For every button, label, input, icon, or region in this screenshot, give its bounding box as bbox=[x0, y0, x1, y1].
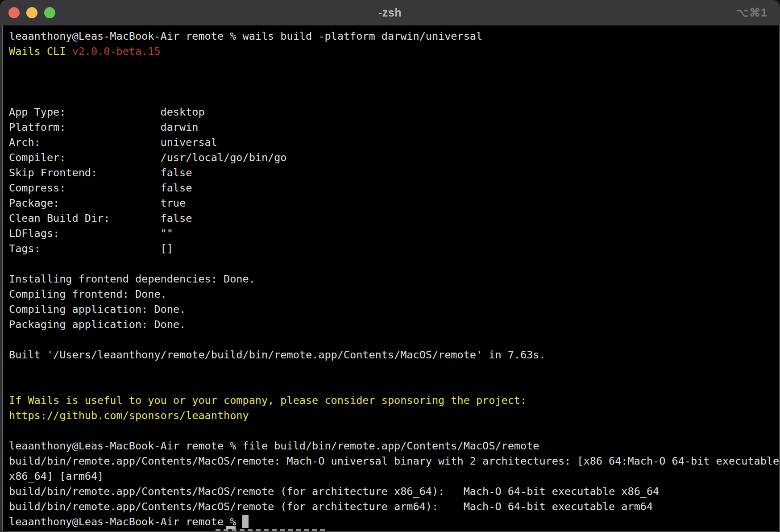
terminal-line: x86_64] [arm64] bbox=[9, 469, 779, 484]
terminal-line: App Type: desktop bbox=[9, 104, 779, 120]
terminal-line: leaanthony@Leas-MacBook-Air remote % fil… bbox=[9, 438, 779, 453]
terminal-line: If Wails is useful to you or your compan… bbox=[9, 393, 779, 408]
terminal-line bbox=[9, 332, 779, 347]
terminal-cursor bbox=[242, 515, 249, 528]
terminal-line bbox=[9, 256, 779, 271]
terminal-line bbox=[9, 89, 779, 104]
terminal-line: build/bin/remote.app/Contents/MacOS/remo… bbox=[9, 453, 779, 469]
terminal-line bbox=[9, 74, 779, 89]
terminal-line: leaanthony@Leas-MacBook-Air remote % wai… bbox=[9, 29, 779, 44]
terminal-line bbox=[9, 362, 779, 378]
terminal-screen[interactable]: leaanthony@Leas-MacBook-Air remote % wai… bbox=[3, 25, 779, 531]
terminal-line: build/bin/remote.app/Contents/MacOS/remo… bbox=[9, 499, 779, 514]
terminal-line: Wails CLI v2.0.0-beta.15 bbox=[9, 44, 779, 59]
minimize-button[interactable] bbox=[26, 7, 37, 18]
terminal-line: Tags: [] bbox=[9, 241, 779, 256]
traffic-lights bbox=[8, 0, 55, 25]
terminal-line: Platform: darwin bbox=[9, 120, 779, 135]
terminal-line: Skip Frontend: false bbox=[9, 165, 779, 180]
zoom-button[interactable] bbox=[44, 7, 55, 18]
terminal-line: Clean Build Dir: false bbox=[9, 211, 779, 226]
terminal-line: Compiler: /usr/local/go/bin/go bbox=[9, 150, 779, 165]
terminal-line: build/bin/remote.app/Contents/MacOS/remo… bbox=[9, 484, 779, 499]
terminal-line: https://github.com/sponsors/leaanthony bbox=[9, 408, 779, 423]
tab-shortcut-hint: ⌥⌘1 bbox=[736, 0, 768, 25]
terminal-line bbox=[9, 378, 779, 393]
terminal-line: leaanthony@Leas-MacBook-Air remote % bbox=[9, 514, 779, 529]
terminal-line: Package: true bbox=[9, 195, 779, 211]
title-bar[interactable]: -zsh ⌥⌘1 bbox=[0, 0, 780, 25]
window-title: -zsh bbox=[378, 6, 402, 19]
terminal-window: -zsh ⌥⌘1 leaanthony@Leas-MacBook-Air rem… bbox=[0, 0, 780, 532]
terminal-line bbox=[9, 423, 779, 438]
terminal-line: Installing frontend dependencies: Done. bbox=[9, 271, 779, 287]
terminal-line: Packaging application: Done. bbox=[9, 317, 779, 332]
terminal-line: Built '/Users/leaanthony/remote/build/bi… bbox=[9, 347, 779, 362]
terminal-line: Compiling frontend: Done. bbox=[9, 287, 779, 302]
terminal-line: Compiling application: Done. bbox=[9, 302, 779, 317]
close-button[interactable] bbox=[8, 7, 20, 18]
terminal-line: LDFlags: "" bbox=[9, 226, 779, 241]
terminal-line: Compress: false bbox=[9, 180, 779, 195]
terminal-line bbox=[9, 59, 779, 74]
terminal-line: Arch: universal bbox=[9, 135, 779, 150]
